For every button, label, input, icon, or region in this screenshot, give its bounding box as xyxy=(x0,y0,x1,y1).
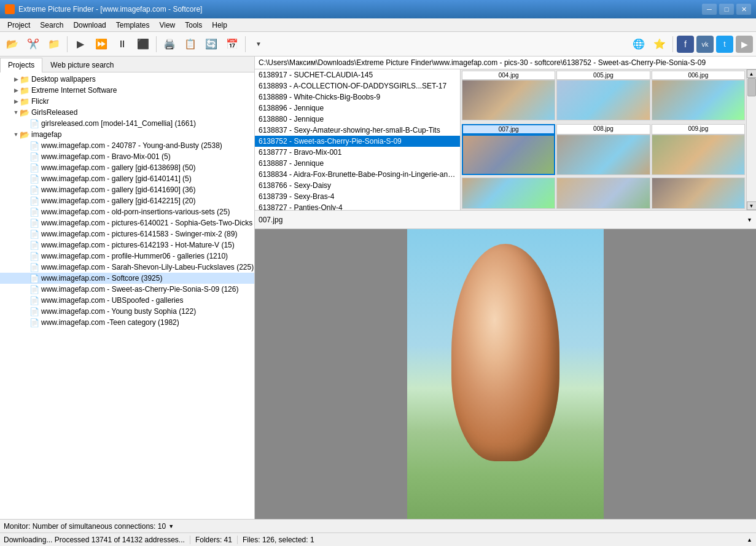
tree-item-t19[interactable]: 📄www.imagefap.com - Sweet-as-Cherry-Pie-… xyxy=(0,284,254,295)
tree-item-label: www.imagefap.com - gallery [gid-6141690]… xyxy=(41,185,195,194)
tb-stop-button[interactable]: ⬛ xyxy=(133,34,153,54)
social-vk-button[interactable]: vk xyxy=(696,36,714,53)
gallery-item-g12[interactable]: 6138739 - Sexy-Bras-4 xyxy=(255,191,460,202)
tree-item-t15[interactable]: 📄www.imagefap.com - pictures-6142193 - H… xyxy=(0,240,254,251)
social-twitter-button[interactable]: t xyxy=(716,36,733,53)
menu-project[interactable]: Project xyxy=(2,18,35,31)
thumbnail-004[interactable] xyxy=(462,80,555,120)
tree-item-t9[interactable]: 📄www.imagefap.com - gallery [gid-6140141… xyxy=(0,173,254,184)
menu-view[interactable]: View xyxy=(154,18,180,31)
tree-item-t10[interactable]: 📄www.imagefap.com - gallery [gid-6141690… xyxy=(0,184,254,195)
gallery-list[interactable]: 6138917 - SUCHET-CLAUDIA-1456138893 - A-… xyxy=(255,69,461,210)
tree-expand-icon[interactable]: ▶ xyxy=(12,87,20,94)
menu-templates[interactable]: Templates xyxy=(111,18,155,31)
gallery-item-g13[interactable]: 6138727 - Panties-Only-4 xyxy=(255,202,460,210)
left-panel: Projects Web picture search ▶📁Desktop wa… xyxy=(0,57,255,519)
thumbnail-next-3[interactable] xyxy=(652,177,745,209)
tb-clipboard-button[interactable]: 📋 xyxy=(181,34,200,54)
folder-icon: 📁 xyxy=(20,85,29,95)
tb-star-button[interactable]: ⭐ xyxy=(650,34,669,54)
gallery-item-g10[interactable]: 6138834 - Aidra-Fox-Brunette-Babe-Posing… xyxy=(255,169,460,180)
gallery-item-g5[interactable]: 6138880 - Jennique xyxy=(255,114,460,125)
tree-expand-icon[interactable]: ▼ xyxy=(12,109,20,116)
gallery-item-g6[interactable]: 6138837 - Sexy-Amateur-showing-her-small… xyxy=(255,125,460,136)
monitor-arrow[interactable]: ▼ xyxy=(168,523,174,529)
monitor-text: Monitor: Number of simultaneous connecti… xyxy=(4,522,166,531)
gallery-item-g3[interactable]: 6138889 - White-Chicks-Big-Boobs-9 xyxy=(255,92,460,103)
gallery-item-g7[interactable]: 6138752 - Sweet-as-Cherry-Pie-Sonia-S-09 xyxy=(255,136,460,147)
tab-projects[interactable]: Projects xyxy=(0,58,42,72)
tb-play-button[interactable]: ▶ xyxy=(71,34,90,54)
tb-refresh-button[interactable]: 🔄 xyxy=(201,34,221,54)
tb-schedule-button[interactable]: 📅 xyxy=(222,34,242,54)
thumbnail-008[interactable] xyxy=(556,135,650,175)
tree-expand-spacer xyxy=(22,286,29,293)
tree-item-t2[interactable]: ▶📁Extreme Internet Software xyxy=(0,85,254,96)
tb-open-button[interactable]: 📂 xyxy=(2,34,22,54)
tree-item-t14[interactable]: 📄www.imagefap.com - pictures-6141583 - S… xyxy=(0,228,254,240)
tree-expand-spacer xyxy=(22,120,29,127)
tree-item-t18[interactable]: 📄www.imagefap.com - Softcore (3925) xyxy=(0,273,254,284)
tree-item-t22[interactable]: 📄www.imagefap.com -Teen category (1982) xyxy=(0,317,254,328)
tree-item-t5[interactable]: ▼📂imagefap xyxy=(0,129,254,140)
tree-item-t1[interactable]: ▶📁Desktop wallpapers xyxy=(0,74,254,85)
tree-item-t17[interactable]: 📄www.imagefap.com - Sarah-Shevon-Lily-La… xyxy=(0,262,254,273)
tree-item-t12[interactable]: 📄www.imagefap.com - old-porn-insertions-… xyxy=(0,206,254,217)
tree-item-t6[interactable]: 📄www.imagefap.com - 240787 - Young-and-B… xyxy=(0,140,254,151)
menu-help[interactable]: Help xyxy=(207,18,232,31)
tree-item-t13[interactable]: 📄www.imagefap.com - pictures-6140021 - S… xyxy=(0,217,254,228)
tree-item-t20[interactable]: 📄www.imagefap.com - UBSpoofed - gallerie… xyxy=(0,295,254,306)
scroll-up-button[interactable]: ▲ xyxy=(747,69,757,78)
tree-item-t8[interactable]: 📄www.imagefap.com - gallery [gid-6138698… xyxy=(0,162,254,173)
tree-item-t21[interactable]: 📄www.imagefap.com - Young busty Sophia (… xyxy=(0,306,254,317)
gallery-item-g2[interactable]: 6138893 - A-COLLECTION-OF-DADDYSGIRLS...… xyxy=(255,80,460,92)
gallery-item-g1[interactable]: 6138917 - SUCHET-CLAUDIA-145 xyxy=(255,69,460,80)
gallery-item-g9[interactable]: 6138887 - Jennique xyxy=(255,158,460,169)
tree-expand-icon[interactable]: ▶ xyxy=(12,76,20,83)
tb-cut-button[interactable]: ✂️ xyxy=(23,34,43,54)
thumbnail-009[interactable] xyxy=(652,135,745,175)
thumbnail-007[interactable] xyxy=(462,135,555,175)
tree-item-t11[interactable]: 📄www.imagefap.com - gallery [gid-6142215… xyxy=(0,195,254,206)
tree-item-t4[interactable]: ▼📂GirlsReleased xyxy=(0,107,254,118)
scroll-track[interactable] xyxy=(747,78,757,201)
tree-item-label: www.imagefap.com - gallery [gid-6140141]… xyxy=(41,174,192,183)
project-tree[interactable]: ▶📁Desktop wallpapers▶📁Extreme Internet S… xyxy=(0,72,254,519)
selector-dropdown-icon[interactable]: ▼ xyxy=(747,217,752,223)
tree-expand-icon[interactable]: ▼ xyxy=(12,131,20,138)
thumbnail-006[interactable] xyxy=(652,80,745,120)
gallery-item-g11[interactable]: 6138766 - Sexy-Daisy xyxy=(255,180,460,191)
tb-dropdown-button[interactable]: ▼ xyxy=(249,34,268,54)
tb-print-button[interactable]: 🖨️ xyxy=(160,34,179,54)
menu-search[interactable]: Search xyxy=(35,18,68,31)
tb-next-button[interactable]: ⏩ xyxy=(92,34,111,54)
close-button[interactable]: ✕ xyxy=(736,4,751,15)
tree-expand-icon[interactable]: ▶ xyxy=(12,98,20,105)
tb-folder-button[interactable]: 📁 xyxy=(44,34,64,54)
thumbnail-next-2[interactable] xyxy=(556,177,650,209)
thumbnail-next-1[interactable] xyxy=(462,177,555,209)
menu-download[interactable]: Download xyxy=(68,18,111,31)
gallery-item-g4[interactable]: 6138896 - Jennique xyxy=(255,103,460,114)
social-facebook-button[interactable]: f xyxy=(677,36,694,53)
minimize-button[interactable]: ─ xyxy=(702,4,717,15)
tb-web-button[interactable]: 🌐 xyxy=(629,34,649,54)
tree-expand-spacer xyxy=(22,175,29,182)
tb-pause-button[interactable]: ⏸ xyxy=(112,34,132,54)
tree-expand-spacer xyxy=(22,153,29,160)
tree-item-t7[interactable]: 📄www.imagefap.com - Bravo-Mix-001 (5) xyxy=(0,151,254,162)
tree-item-t16[interactable]: 📄www.imagefap.com - profile-Hummer06 - g… xyxy=(0,251,254,262)
tab-web-picture-search[interactable]: Web picture search xyxy=(42,58,122,72)
social-other-button[interactable]: ▶ xyxy=(736,36,753,53)
gallery-item-g8[interactable]: 6138777 - Bravo-Mix-001 xyxy=(255,147,460,158)
thumbnail-005[interactable] xyxy=(556,80,650,120)
thumb-scrollbar[interactable]: ▲ ▼ xyxy=(746,69,756,210)
file-icon: 📄 xyxy=(29,141,39,150)
expand-arrow[interactable]: ▲ xyxy=(747,537,752,543)
tree-item-t3[interactable]: ▶📁Flickr xyxy=(0,96,254,107)
scroll-thumb[interactable] xyxy=(747,78,756,96)
tree-item-t4a[interactable]: 📄girlsreleased.com [model-141_Comellia] … xyxy=(0,118,254,129)
menu-tools[interactable]: Tools xyxy=(180,18,207,31)
maximize-button[interactable]: □ xyxy=(719,4,734,15)
scroll-down-button[interactable]: ▼ xyxy=(747,201,757,210)
